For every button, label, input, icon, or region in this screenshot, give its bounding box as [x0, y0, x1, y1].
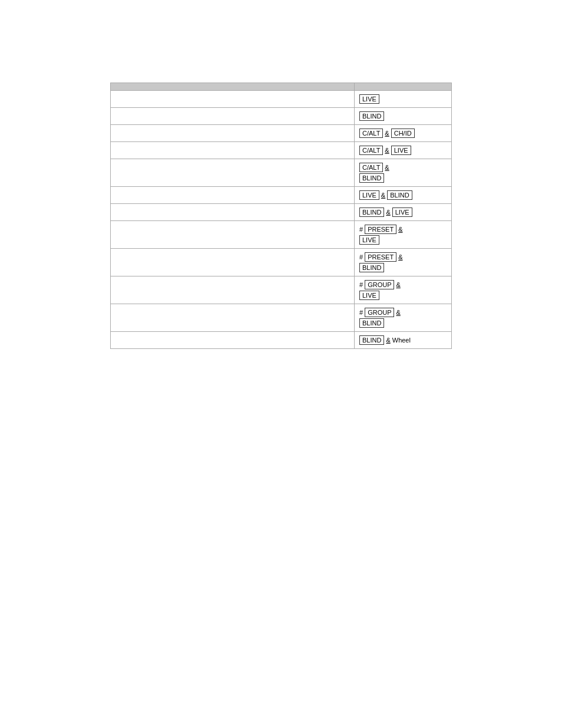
- table-row: C/ALT&LIVE: [111, 142, 452, 159]
- keyboard-key: LIVE: [359, 94, 379, 104]
- keyboard-key: LIVE: [359, 235, 379, 245]
- ampersand: &: [386, 209, 390, 216]
- keyboard-key: PRESET: [365, 225, 396, 234]
- ampersand: &: [396, 281, 400, 288]
- table-row: #GROUP&LIVE: [111, 276, 452, 304]
- description-cell: [111, 276, 355, 304]
- plain-text: Wheel: [392, 337, 411, 344]
- hash-symbol: #: [359, 226, 363, 233]
- keyboard-key: C/ALT: [359, 129, 383, 138]
- keyboard-key: BLIND: [359, 335, 384, 345]
- shortcut-cell: C/ALT&LIVE: [355, 142, 452, 159]
- shortcut-cell: LIVE: [355, 91, 452, 108]
- table-row: #GROUP&BLIND: [111, 304, 452, 332]
- hash-symbol: #: [359, 281, 363, 288]
- description-cell: [111, 221, 355, 249]
- shortcut-cell: BLIND: [355, 108, 452, 125]
- shortcut-cell: #PRESET&LIVE: [355, 221, 452, 249]
- keyboard-key: C/ALT: [359, 146, 383, 155]
- description-cell: [111, 332, 355, 349]
- description-cell: [111, 125, 355, 142]
- description-cell: [111, 159, 355, 187]
- keyboard-key: GROUP: [365, 280, 394, 289]
- shortcut-cell: C/ALT&CH/ID: [355, 125, 452, 142]
- description-cell: [111, 142, 355, 159]
- ampersand: &: [386, 337, 390, 344]
- ampersand: &: [398, 253, 402, 261]
- keyboard-key: LIVE: [392, 207, 412, 217]
- keyboard-key: C/ALT: [359, 163, 383, 172]
- keyboard-key: CH/ID: [391, 129, 415, 138]
- shortcut-table: LIVE BLIND C/ALT&CH/ID C/ALT&LIVE C/ALT&…: [110, 83, 452, 349]
- table-row: #PRESET&BLIND: [111, 249, 452, 276]
- table-row: #PRESET&LIVE: [111, 221, 452, 249]
- keyboard-key: PRESET: [365, 252, 396, 262]
- keyboard-key: LIVE: [391, 146, 411, 155]
- shortcut-cell: LIVE&BLIND: [355, 187, 452, 204]
- description-cell: [111, 187, 355, 204]
- col-shortcut-header: [355, 83, 452, 91]
- keyboard-key: GROUP: [365, 308, 394, 317]
- keyboard-key: LIVE: [359, 291, 379, 300]
- description-cell: [111, 108, 355, 125]
- keyboard-key: BLIND: [359, 263, 384, 272]
- description-cell: [111, 91, 355, 108]
- ampersand: &: [396, 309, 400, 316]
- keyboard-key: BLIND: [359, 173, 384, 183]
- shortcut-cell: C/ALT&BLIND: [355, 159, 452, 187]
- ampersand: &: [385, 164, 389, 171]
- keyboard-key: BLIND: [359, 111, 384, 121]
- shortcut-cell: BLIND&Wheel: [355, 332, 452, 349]
- ampersand: &: [381, 192, 385, 199]
- hash-symbol: #: [359, 309, 363, 316]
- table-row: LIVE: [111, 91, 452, 108]
- description-cell: [111, 249, 355, 276]
- keyboard-key: BLIND: [359, 207, 384, 217]
- hash-symbol: #: [359, 253, 363, 261]
- main-table-container: LIVE BLIND C/ALT&CH/ID C/ALT&LIVE C/ALT&…: [110, 83, 452, 349]
- description-cell: [111, 304, 355, 332]
- description-cell: [111, 204, 355, 221]
- shortcut-cell: #GROUP&BLIND: [355, 304, 452, 332]
- keyboard-key: BLIND: [359, 318, 384, 328]
- col-description-header: [111, 83, 355, 91]
- table-row: BLIND&LIVE: [111, 204, 452, 221]
- table-row: BLIND&Wheel: [111, 332, 452, 349]
- table-row: C/ALT&BLIND: [111, 159, 452, 187]
- table-row: C/ALT&CH/ID: [111, 125, 452, 142]
- table-row: BLIND: [111, 108, 452, 125]
- ampersand: &: [398, 226, 402, 233]
- keyboard-key: LIVE: [359, 190, 379, 200]
- shortcut-cell: BLIND&LIVE: [355, 204, 452, 221]
- ampersand: &: [385, 147, 389, 154]
- shortcut-cell: #PRESET&BLIND: [355, 249, 452, 276]
- ampersand: &: [385, 130, 389, 137]
- shortcut-cell: #GROUP&LIVE: [355, 276, 452, 304]
- table-row: LIVE&BLIND: [111, 187, 452, 204]
- keyboard-key: BLIND: [387, 190, 412, 200]
